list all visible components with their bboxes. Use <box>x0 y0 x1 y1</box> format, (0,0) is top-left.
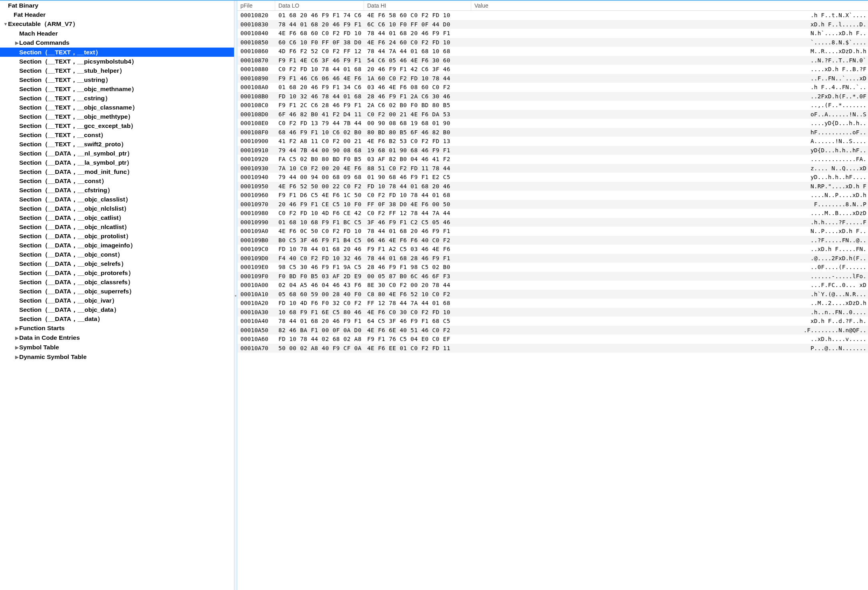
tree-row[interactable]: Section（__TEXT，__swift2_proto） <box>0 140 234 149</box>
tree-row[interactable]: Section（__DATA，__la_symbol_ptr） <box>0 158 234 167</box>
tree-row[interactable]: ▶Symbol Table <box>0 343 234 352</box>
hex-row[interactable]: 000108C0F9 F1 2C C6 28 46 F9 F12A C6 02 … <box>237 101 868 110</box>
hex-body[interactable]: 0001082001 68 20 46 F9 F1 74 C64E F6 58 … <box>237 11 868 590</box>
disclosure-arrow-icon[interactable]: ▶ <box>14 324 19 333</box>
hex-row[interactable]: 00010A3010 68 F9 F1 6E C5 80 464E F6 C0 … <box>237 308 868 317</box>
tree-row[interactable]: ▶Function Starts <box>0 323 234 333</box>
hex-ascii: A......!N..S.... <box>471 137 868 146</box>
tree-row-label: Section（__DATA，__objc_protolist） <box>19 233 132 239</box>
hex-row[interactable]: 00010880C0 F2 FD 10 78 44 01 6820 46 F9 … <box>237 65 868 74</box>
tree-row[interactable]: Mach Header <box>0 29 234 38</box>
tree-row[interactable]: Section（__DATA，__objc_catlist） <box>0 213 234 222</box>
hex-row[interactable]: 000109C0FD 10 78 44 01 68 20 46F9 F1 A2 … <box>237 245 868 254</box>
tree-row[interactable]: Section（__DATA，__objc_imageinfo） <box>0 241 234 250</box>
tree-row[interactable]: Section（__DATA，__data） <box>0 314 234 323</box>
hex-row[interactable]: 000108B0FD 10 32 46 78 44 01 6828 46 F9 … <box>237 92 868 101</box>
tree-row[interactable]: Section（__DATA，__objc_classlist） <box>0 195 234 204</box>
disclosure-arrow-icon[interactable]: ▶ <box>14 353 19 362</box>
tree-row[interactable]: Section（__DATA，__objc_protorefs） <box>0 268 234 277</box>
column-data-hi[interactable]: Data HI <box>364 1 471 10</box>
tree-row[interactable]: Section（__TEXT，__objc_methname） <box>0 84 234 94</box>
hex-bytes-hi: 54 C6 05 46 4E F6 30 60 <box>364 56 471 65</box>
hex-bytes-hi: 4E F6 EE 01 C0 F2 FD 11 <box>364 344 471 353</box>
hex-row[interactable]: 0001094079 44 00 94 00 68 09 6801 90 68 … <box>237 173 868 182</box>
hex-row[interactable]: 00010A4078 44 01 68 20 46 F9 F164 C5 3F … <box>237 317 868 326</box>
hex-row[interactable]: 00010A60FD 10 78 44 02 68 02 A8F9 F1 76 … <box>237 335 868 344</box>
tree-row[interactable]: Section（__DATA，__objc_const） <box>0 250 234 259</box>
hex-row[interactable]: 00010A7050 00 02 A8 40 F9 CF 0A4E F6 EE … <box>237 344 868 353</box>
disclosure-arrow-icon[interactable]: ▶ <box>14 333 19 343</box>
tree-row[interactable]: Section（__TEXT，__objc_classname） <box>0 103 234 112</box>
hex-row[interactable]: 0001083078 44 01 68 20 46 F9 F16C C6 10 … <box>237 20 868 29</box>
hex-row[interactable]: 00010A5082 46 BA F1 00 0F 0A D04E F6 6E … <box>237 326 868 335</box>
tree-row[interactable]: ▶Load Commands <box>0 38 234 48</box>
hex-bytes-hi: 00 05 87 B0 6C 46 6F F3 <box>364 272 471 281</box>
tree-row[interactable]: Section（__DATA，__objc_superrefs） <box>0 287 234 296</box>
hex-bytes-hi: 19 68 01 90 68 46 F9 F1 <box>364 146 471 155</box>
hex-row[interactable]: 000108404E F6 68 60 C0 F2 FD 1078 44 01 … <box>237 29 868 38</box>
tree-row[interactable]: Section（__TEXT，__text） <box>0 48 234 57</box>
hex-ascii: ..?F.....FN..@.. <box>471 236 868 245</box>
tree-row[interactable]: Section（__DATA，__objc_protolist） <box>0 231 234 241</box>
hex-row[interactable]: 00010A0002 04 A5 46 04 46 43 F68E 30 C0 … <box>237 281 868 290</box>
hex-row[interactable]: 00010960F9 F1 D6 C5 4E F6 1C 50C0 F2 FD … <box>237 191 868 200</box>
hex-row[interactable]: 0001082001 68 20 46 F9 F1 74 C64E F6 58 … <box>237 11 868 20</box>
tree-row[interactable]: Section（__DATA，__objc_nlcatlist） <box>0 222 234 231</box>
disclosure-arrow-icon[interactable]: ▼ <box>3 20 8 29</box>
tree-row[interactable]: Section（__DATA，__objc_classrefs） <box>0 277 234 287</box>
tree-row[interactable]: Section（__TEXT，__ustring） <box>0 75 234 84</box>
hex-row[interactable]: 000108F068 46 F9 F1 10 C6 02 B080 BD 80 … <box>237 128 868 137</box>
column-pfile[interactable]: pFile <box>237 1 275 10</box>
hex-row[interactable]: 000109D0F4 40 C0 F2 FD 10 32 4678 44 01 … <box>237 254 868 263</box>
hex-row[interactable]: 00010A20FD 10 4D F6 F0 32 C0 F2FF 12 78 … <box>237 299 868 308</box>
tree-row[interactable]: ▶Data in Code Entries <box>0 333 234 343</box>
hex-row[interactable]: 000108604D F6 F2 52 C0 F2 FF 1278 44 7A … <box>237 47 868 56</box>
hex-ascii: ....N..P....xD.h <box>471 191 868 200</box>
hex-row[interactable]: 0001097020 46 F9 F1 CE C5 10 F0FF 0F 38 … <box>237 200 868 209</box>
hex-row[interactable]: 000109F0F0 BD F0 B5 03 AF 2D E900 05 87 … <box>237 272 868 281</box>
hex-row[interactable]: 0001090041 F2 A8 11 C0 F2 00 214E F6 B2 … <box>237 137 868 146</box>
hex-ascii: ...F.FC..0... xD <box>471 281 868 290</box>
column-data-lo[interactable]: Data LO <box>275 1 364 10</box>
tree-row[interactable]: Section（__DATA，__const） <box>0 176 234 185</box>
hex-row[interactable]: 00010920FA C5 02 B0 80 BD F0 B503 AF 82 … <box>237 155 868 164</box>
tree-row[interactable]: Section（__TEXT，__const） <box>0 130 234 140</box>
tree-row[interactable]: Section（__DATA，__objc_ivar） <box>0 296 234 305</box>
tree-row[interactable]: Section（__DATA，__objc_selrefs） <box>0 259 234 268</box>
hex-row[interactable]: 000108D06F 46 82 B0 41 F2 D4 11C0 F2 00 … <box>237 110 868 119</box>
tree-row[interactable]: ▼Executable（ARM_V7） <box>0 19 234 29</box>
tree-row[interactable]: Section（__DATA，__objc_nlclslist） <box>0 204 234 213</box>
tree-row[interactable]: Section（__DATA，__objc_data） <box>0 305 234 314</box>
hex-row[interactable]: 000109A04E F6 0C 50 C0 F2 FD 1078 44 01 … <box>237 227 868 236</box>
hex-row[interactable]: 0001099001 68 10 68 F9 F1 BC C53F 46 F9 … <box>237 218 868 227</box>
tree-row[interactable]: Fat Binary <box>0 1 234 10</box>
hex-row[interactable]: 00010870F9 F1 4E C6 3F 46 F9 F154 C6 05 … <box>237 56 868 65</box>
hex-row[interactable]: 00010980C0 F2 FD 10 4D F6 CE 42C0 F2 FF … <box>237 209 868 218</box>
hex-row[interactable]: 00010A1005 68 60 59 00 28 40 F0C8 80 4E … <box>237 290 868 299</box>
hex-row[interactable]: 000108A001 68 20 46 F9 F1 34 C603 46 4E … <box>237 83 868 92</box>
hex-row[interactable]: 00010890F9 F1 46 C6 06 46 4E F61A 60 C0 … <box>237 74 868 83</box>
tree-row[interactable]: Section（__TEXT，__objc_methtype） <box>0 112 234 121</box>
tree-row[interactable]: ▶Dynamic Symbol Table <box>0 352 234 362</box>
tree-row[interactable]: Fat Header <box>0 10 234 19</box>
hex-row[interactable]: 000109504E F6 52 50 00 22 C0 F2FD 10 78 … <box>237 182 868 191</box>
hex-row[interactable]: 000109E098 C5 30 46 F9 F1 9A C528 46 F9 … <box>237 263 868 272</box>
tree-row[interactable]: Section（__TEXT，__picsymbolstub4） <box>0 57 234 66</box>
pane-splitter[interactable] <box>234 1 237 590</box>
hex-row[interactable]: 0001085060 C6 10 F0 FF 0F 38 D04E F6 24 … <box>237 38 868 47</box>
hex-row[interactable]: 000108E0C0 F2 FD 13 79 44 7B 4400 90 08 … <box>237 119 868 128</box>
tree-row-label: Section（__DATA，__objc_nlclslist） <box>19 205 130 212</box>
column-value[interactable]: Value <box>471 1 868 10</box>
tree-row[interactable]: Section（__TEXT，__cstring） <box>0 94 234 103</box>
tree-row[interactable]: Section（__TEXT，__gcc_except_tab） <box>0 121 234 130</box>
structure-tree[interactable]: Fat BinaryFat Header▼Executable（ARM_V7）M… <box>0 1 234 590</box>
tree-row[interactable]: Section（__DATA，__cfstring） <box>0 185 234 195</box>
hex-row[interactable]: 0001091079 44 7B 44 00 90 08 6819 68 01 … <box>237 146 868 155</box>
tree-row[interactable]: Section（__DATA，__mod_init_func） <box>0 167 234 176</box>
tree-row[interactable]: Section（__DATA，__nl_symbol_ptr） <box>0 149 234 158</box>
tree-row[interactable]: Section（__TEXT，__stub_helper） <box>0 66 234 75</box>
disclosure-arrow-icon[interactable]: ▶ <box>14 38 19 48</box>
hex-row[interactable]: 000109307A 10 C0 F2 00 20 4E F688 51 C0 … <box>237 164 868 173</box>
disclosure-arrow-icon[interactable]: ▶ <box>14 343 19 352</box>
hex-row[interactable]: 000109B0B0 C5 3F 46 F9 F1 B4 C506 46 4E … <box>237 236 868 245</box>
